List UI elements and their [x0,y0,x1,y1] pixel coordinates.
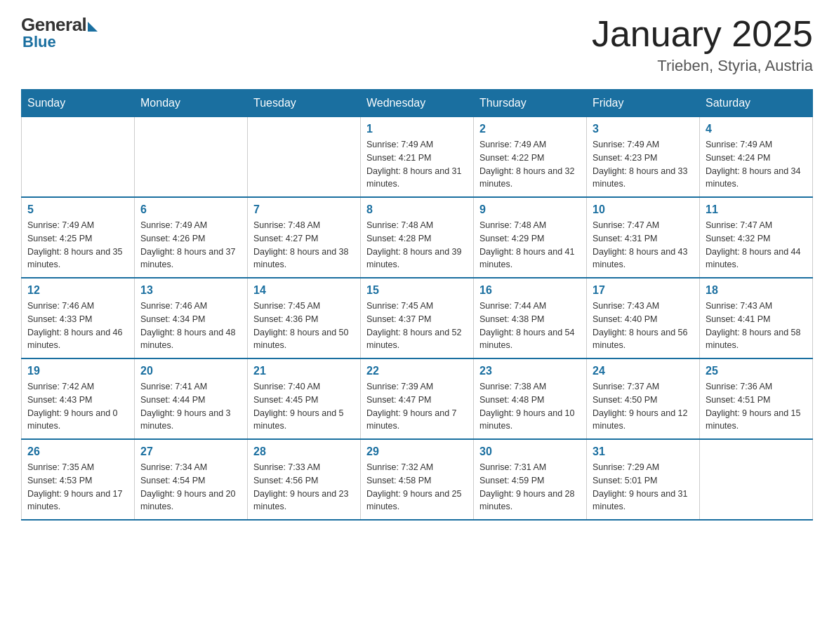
calendar-cell: 20Sunrise: 7:41 AMSunset: 4:44 PMDayligh… [135,358,248,439]
calendar-cell: 8Sunrise: 7:48 AMSunset: 4:28 PMDaylight… [361,197,474,278]
day-info: Sunrise: 7:49 AMSunset: 4:21 PMDaylight:… [366,138,468,191]
calendar-cell: 5Sunrise: 7:49 AMSunset: 4:25 PMDaylight… [22,197,135,278]
calendar-cell: 18Sunrise: 7:43 AMSunset: 4:41 PMDayligh… [700,278,813,358]
calendar-cell: 30Sunrise: 7:31 AMSunset: 4:59 PMDayligh… [474,439,587,520]
column-header-thursday: Thursday [474,90,587,117]
logo-arrow-icon [88,22,98,32]
calendar-cell [135,117,248,198]
calendar-cell: 19Sunrise: 7:42 AMSunset: 4:43 PMDayligh… [22,358,135,439]
day-info: Sunrise: 7:45 AMSunset: 4:37 PMDaylight:… [366,300,468,352]
day-number: 4 [706,123,807,135]
page-header: General Blue January 2025 Trieben, Styri… [21,14,813,75]
calendar-cell: 27Sunrise: 7:34 AMSunset: 4:54 PMDayligh… [135,439,248,520]
day-info: Sunrise: 7:34 AMSunset: 4:54 PMDaylight:… [140,461,241,514]
day-info: Sunrise: 7:44 AMSunset: 4:38 PMDaylight:… [479,300,581,352]
day-info: Sunrise: 7:48 AMSunset: 4:27 PMDaylight:… [253,219,355,271]
day-info: Sunrise: 7:37 AMSunset: 4:50 PMDaylight:… [593,380,694,433]
calendar-cell: 11Sunrise: 7:47 AMSunset: 4:32 PMDayligh… [700,197,813,278]
day-number: 6 [140,203,241,216]
day-number: 29 [366,445,468,458]
day-number: 24 [593,365,694,377]
day-number: 21 [253,365,355,377]
day-info: Sunrise: 7:49 AMSunset: 4:22 PMDaylight:… [479,138,581,191]
day-info: Sunrise: 7:31 AMSunset: 4:59 PMDaylight:… [479,461,581,514]
calendar-cell: 4Sunrise: 7:49 AMSunset: 4:24 PMDaylight… [700,117,813,198]
calendar-cell: 17Sunrise: 7:43 AMSunset: 4:40 PMDayligh… [587,278,700,358]
day-info: Sunrise: 7:49 AMSunset: 4:24 PMDaylight:… [706,138,807,191]
day-info: Sunrise: 7:40 AMSunset: 4:45 PMDaylight:… [253,380,355,433]
calendar-cell: 1Sunrise: 7:49 AMSunset: 4:21 PMDaylight… [361,117,474,198]
day-number: 25 [706,365,807,377]
day-number: 23 [479,365,581,377]
day-number: 31 [593,445,694,458]
calendar-table: SundayMondayTuesdayWednesdayThursdayFrid… [21,89,813,521]
calendar-cell [700,439,813,520]
day-number: 1 [366,123,468,135]
column-header-wednesday: Wednesday [361,90,474,117]
calendar-subtitle: Trieben, Styria, Austria [592,57,813,75]
day-number: 12 [27,284,128,297]
day-info: Sunrise: 7:46 AMSunset: 4:34 PMDaylight:… [140,300,241,352]
day-number: 18 [706,284,807,297]
calendar-cell: 16Sunrise: 7:44 AMSunset: 4:38 PMDayligh… [474,278,587,358]
day-number: 27 [140,445,241,458]
day-info: Sunrise: 7:32 AMSunset: 4:58 PMDaylight:… [366,461,468,514]
calendar-cell: 23Sunrise: 7:38 AMSunset: 4:48 PMDayligh… [474,358,587,439]
day-info: Sunrise: 7:49 AMSunset: 4:26 PMDaylight:… [140,219,241,271]
day-info: Sunrise: 7:29 AMSunset: 5:01 PMDaylight:… [593,461,694,514]
calendar-cell: 10Sunrise: 7:47 AMSunset: 4:31 PMDayligh… [587,197,700,278]
day-info: Sunrise: 7:49 AMSunset: 4:25 PMDaylight:… [27,219,128,271]
day-number: 22 [366,365,468,377]
calendar-week-row: 26Sunrise: 7:35 AMSunset: 4:53 PMDayligh… [22,439,813,520]
day-number: 20 [140,365,241,377]
calendar-week-row: 12Sunrise: 7:46 AMSunset: 4:33 PMDayligh… [22,278,813,358]
calendar-title: January 2025 [592,14,813,54]
day-number: 16 [479,284,581,297]
title-section: January 2025 Trieben, Styria, Austria [592,14,813,75]
day-number: 10 [593,203,694,216]
calendar-cell: 31Sunrise: 7:29 AMSunset: 5:01 PMDayligh… [587,439,700,520]
calendar-cell: 26Sunrise: 7:35 AMSunset: 4:53 PMDayligh… [22,439,135,520]
day-number: 14 [253,284,355,297]
day-number: 2 [479,123,581,135]
day-info: Sunrise: 7:48 AMSunset: 4:29 PMDaylight:… [479,219,581,271]
day-info: Sunrise: 7:38 AMSunset: 4:48 PMDaylight:… [479,380,581,433]
day-number: 3 [593,123,694,135]
day-number: 7 [253,203,355,216]
day-info: Sunrise: 7:43 AMSunset: 4:41 PMDaylight:… [706,300,807,352]
day-number: 9 [479,203,581,216]
day-number: 30 [479,445,581,458]
day-number: 5 [27,203,128,216]
day-number: 19 [27,365,128,377]
day-info: Sunrise: 7:43 AMSunset: 4:40 PMDaylight:… [593,300,694,352]
calendar-header-row: SundayMondayTuesdayWednesdayThursdayFrid… [22,90,813,117]
calendar-cell [248,117,361,198]
day-number: 8 [366,203,468,216]
day-info: Sunrise: 7:41 AMSunset: 4:44 PMDaylight:… [140,380,241,433]
column-header-monday: Monday [135,90,248,117]
calendar-cell: 7Sunrise: 7:48 AMSunset: 4:27 PMDaylight… [248,197,361,278]
day-number: 11 [706,203,807,216]
calendar-cell: 22Sunrise: 7:39 AMSunset: 4:47 PMDayligh… [361,358,474,439]
calendar-cell: 14Sunrise: 7:45 AMSunset: 4:36 PMDayligh… [248,278,361,358]
day-number: 15 [366,284,468,297]
calendar-cell: 15Sunrise: 7:45 AMSunset: 4:37 PMDayligh… [361,278,474,358]
calendar-cell: 29Sunrise: 7:32 AMSunset: 4:58 PMDayligh… [361,439,474,520]
day-info: Sunrise: 7:46 AMSunset: 4:33 PMDaylight:… [27,300,128,352]
logo: General Blue [21,14,98,51]
day-info: Sunrise: 7:49 AMSunset: 4:23 PMDaylight:… [593,138,694,191]
day-info: Sunrise: 7:33 AMSunset: 4:56 PMDaylight:… [253,461,355,514]
column-header-sunday: Sunday [22,90,135,117]
logo-blue-text: Blue [22,33,56,51]
calendar-cell [22,117,135,198]
day-number: 13 [140,284,241,297]
column-header-saturday: Saturday [700,90,813,117]
calendar-cell: 3Sunrise: 7:49 AMSunset: 4:23 PMDaylight… [587,117,700,198]
calendar-week-row: 19Sunrise: 7:42 AMSunset: 4:43 PMDayligh… [22,358,813,439]
calendar-week-row: 5Sunrise: 7:49 AMSunset: 4:25 PMDaylight… [22,197,813,278]
day-number: 17 [593,284,694,297]
day-info: Sunrise: 7:42 AMSunset: 4:43 PMDaylight:… [27,380,128,433]
day-info: Sunrise: 7:48 AMSunset: 4:28 PMDaylight:… [366,219,468,271]
calendar-cell: 28Sunrise: 7:33 AMSunset: 4:56 PMDayligh… [248,439,361,520]
day-info: Sunrise: 7:47 AMSunset: 4:31 PMDaylight:… [593,219,694,271]
